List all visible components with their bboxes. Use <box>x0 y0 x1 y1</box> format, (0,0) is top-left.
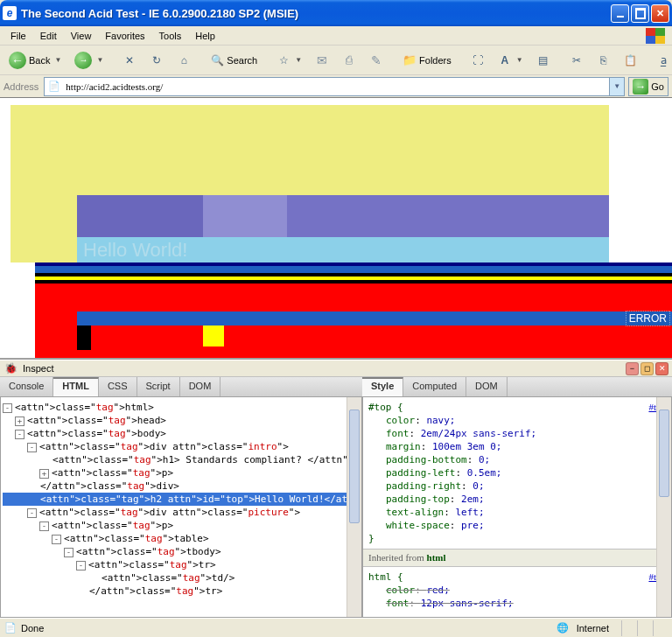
cut-icon: ✂ <box>570 53 584 67</box>
page-content: Hello World! ERROR <box>0 98 672 360</box>
tool-button[interactable]: ▤ <box>531 50 556 71</box>
chevron-down-icon: ▼ <box>295 56 302 64</box>
firebug-tab-css[interactable]: CSS <box>99 377 137 396</box>
firebug-icon[interactable] <box>4 361 18 375</box>
twisty-icon[interactable]: - <box>76 561 86 570</box>
print-button[interactable] <box>337 50 361 71</box>
tree-row[interactable]: -<attn">class="tag">html> <box>3 401 360 414</box>
star-icon <box>276 53 290 67</box>
refresh-button[interactable] <box>144 50 169 71</box>
twisty-icon[interactable]: - <box>15 430 24 439</box>
tree-row[interactable]: -<attn">class="tag">tbody> <box>3 545 360 558</box>
tree-row[interactable]: +<attn">class="tag">p> <box>3 466 360 480</box>
tree-row[interactable]: -<attn">class="tag">div attn">class="pic… <box>3 506 360 519</box>
scrollbar[interactable] <box>346 397 361 617</box>
chevron-down-icon: ▼ <box>516 56 523 64</box>
address-dropdown[interactable]: ▼ <box>609 78 624 95</box>
menu-help[interactable]: Help <box>188 28 222 44</box>
twisty-icon[interactable]: - <box>3 403 12 413</box>
encoding-icon: ▤ <box>536 53 550 67</box>
firebug-tab-html[interactable]: HTML <box>53 377 99 396</box>
tree-row[interactable]: <attn">class="tag">h1> Standards complia… <box>3 453 360 466</box>
back-button[interactable]: Back▼ <box>4 50 66 71</box>
acid2-stripe <box>35 266 672 273</box>
mail-button[interactable] <box>310 50 334 71</box>
scrollbar[interactable] <box>656 397 671 617</box>
chevron-down-icon: ▼ <box>96 56 103 64</box>
menubar: File Edit View Favorites Tools Help <box>0 26 672 46</box>
forward-icon <box>74 52 92 69</box>
address-input[interactable] <box>64 80 609 93</box>
edit-button[interactable] <box>364 50 388 71</box>
cut-button[interactable]: ✂ <box>564 50 589 71</box>
ie-icon <box>3 6 17 20</box>
firebug-style-pane[interactable]: #top#top {color: navy;font: 2em/24px san… <box>362 396 672 618</box>
firebug-minimize-button[interactable]: − <box>626 362 639 375</box>
twisty-icon[interactable]: - <box>27 508 37 518</box>
minimize-button[interactable] <box>611 4 629 23</box>
tool-button[interactable]: A▼ <box>493 50 528 71</box>
search-button[interactable]: Search <box>205 50 262 71</box>
twisty-icon[interactable]: - <box>39 522 49 531</box>
forward-button[interactable]: ▼ <box>69 50 108 71</box>
favorites-button[interactable]: ▼ <box>271 50 307 71</box>
menu-edit[interactable]: Edit <box>33 28 64 44</box>
twisty-icon[interactable]: + <box>39 469 49 479</box>
acid2-purple-block2 <box>77 195 203 237</box>
firebug-html-pane[interactable]: -<attn">class="tag">html>+<attn">class="… <box>0 396 362 618</box>
firebug-tab-dom[interactable]: DOM <box>180 377 221 396</box>
twisty-icon[interactable]: - <box>52 535 61 544</box>
edit-icon <box>369 53 383 67</box>
firebug-tab-console[interactable]: Console <box>0 377 53 396</box>
tree-row[interactable]: -<attn">class="tag">table> <box>3 532 360 545</box>
twisty-icon[interactable]: - <box>27 443 37 452</box>
search-label: Search <box>227 55 257 66</box>
go-label: Go <box>651 81 664 92</box>
home-icon <box>177 53 191 67</box>
tree-row[interactable]: -<attn">class="tag">body> <box>3 427 360 440</box>
tree-row[interactable]: <attn">class="tag">h2 attn">id="top">Hel… <box>3 493 360 506</box>
firebug-detach-button[interactable]: ◻ <box>640 362 654 375</box>
tree-row[interactable]: </attn">class="tag">div> <box>3 480 360 493</box>
tree-row[interactable]: -<attn">class="tag">tr> <box>3 558 360 571</box>
statusbar: Done Internet <box>0 618 672 637</box>
back-icon <box>9 52 26 69</box>
tool-button[interactable]: a̲▼ <box>652 50 672 71</box>
tree-row[interactable]: <attn">class="tag">td/> <box>3 571 360 584</box>
tool-button[interactable]: ⛶ <box>466 50 490 71</box>
twisty-icon[interactable]: + <box>15 416 24 426</box>
firebug-tab-style[interactable]: Style <box>362 377 403 396</box>
tree-row[interactable]: +<attn">class="tag">head> <box>3 414 360 427</box>
print-icon <box>342 53 356 67</box>
hello-world-text: Hello World! <box>83 239 187 262</box>
paste-button[interactable]: 📋 <box>619 50 643 71</box>
status-text: Done <box>21 623 44 634</box>
tree-row[interactable]: -<attn">class="tag">div attn">class="int… <box>3 440 360 453</box>
menu-favorites[interactable]: Favorites <box>98 28 151 44</box>
twisty-icon[interactable]: - <box>64 548 74 557</box>
acid2-purple-block3 <box>203 195 287 237</box>
page-icon <box>47 80 61 94</box>
acid2-yellow-square <box>203 326 224 346</box>
folders-button[interactable]: Folders <box>397 50 457 71</box>
home-button[interactable] <box>172 50 196 71</box>
font-icon: A <box>498 53 512 67</box>
tree-row[interactable]: </attn">class="tag">tr> <box>3 584 360 598</box>
stop-button[interactable] <box>117 50 142 71</box>
folders-label: Folders <box>419 55 452 66</box>
firebug-close-button[interactable]: ✕ <box>655 362 668 375</box>
firebug-tab-computed[interactable]: Computed <box>403 377 466 396</box>
chevron-down-icon: ▼ <box>54 56 61 64</box>
firebug-tab-script[interactable]: Script <box>137 377 180 396</box>
menu-view[interactable]: View <box>64 28 99 44</box>
copy-button[interactable]: ⎘ <box>592 50 616 71</box>
refresh-icon <box>150 53 164 67</box>
firebug-tab-dom[interactable]: DOM <box>466 377 508 396</box>
close-button[interactable] <box>651 4 669 23</box>
menu-tools[interactable]: Tools <box>152 28 189 44</box>
tree-row[interactable]: -<attn">class="tag">p> <box>3 519 360 532</box>
go-button[interactable]: Go <box>628 77 668 96</box>
inspect-button[interactable]: Inspect <box>23 363 53 374</box>
menu-file[interactable]: File <box>4 28 33 44</box>
maximize-button[interactable] <box>631 4 649 23</box>
